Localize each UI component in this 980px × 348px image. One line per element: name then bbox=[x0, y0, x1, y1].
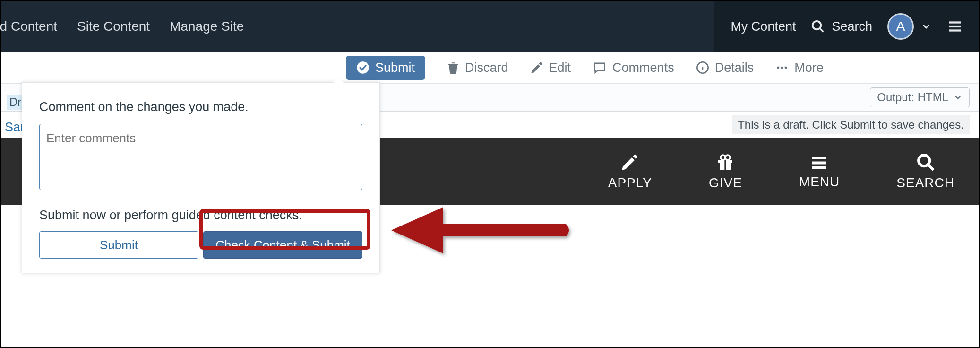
comment-textarea[interactable] bbox=[39, 124, 362, 190]
banner-menu[interactable]: MENU bbox=[799, 154, 840, 190]
nav-manage-site[interactable]: Manage Site bbox=[170, 2, 244, 51]
svg-rect-14 bbox=[725, 160, 726, 170]
comments-button[interactable]: Comments bbox=[593, 61, 674, 75]
pencil-icon bbox=[530, 61, 543, 74]
comments-label: Comments bbox=[612, 61, 674, 75]
popover-button-row: Submit Check Content & Submit bbox=[39, 231, 362, 259]
comment-field-label: Comment on the changes you made. bbox=[39, 100, 362, 114]
banner-apply-label: APPLY bbox=[608, 175, 652, 191]
top-nav: dd Content Site Content Manage Site My C… bbox=[1, 1, 979, 52]
nav-search[interactable]: Search bbox=[811, 19, 872, 34]
popover-caret bbox=[332, 78, 345, 84]
svg-rect-19 bbox=[812, 166, 826, 169]
comment-icon bbox=[593, 61, 607, 74]
banner-search-label: SEARCH bbox=[896, 175, 954, 191]
details-button[interactable]: Details bbox=[696, 61, 754, 75]
banner-menu-label: MENU bbox=[799, 174, 840, 190]
action-toolbar: Submit Discard Edit Comments Details Mor… bbox=[1, 52, 979, 83]
svg-point-9 bbox=[777, 66, 779, 69]
more-button[interactable]: More bbox=[775, 61, 824, 75]
edit-label: Edit bbox=[549, 61, 571, 75]
discard-label: Discard bbox=[465, 61, 508, 75]
search-icon bbox=[811, 19, 825, 34]
popover-submit-button[interactable]: Submit bbox=[39, 231, 198, 259]
chevron-down-icon bbox=[920, 21, 932, 32]
output-dropdown[interactable]: Output: HTML bbox=[870, 87, 970, 107]
avatar: A bbox=[887, 13, 914, 40]
svg-point-10 bbox=[781, 66, 783, 69]
pencil-icon bbox=[620, 153, 639, 172]
draft-notice: This is a draft. Click Submit to save ch… bbox=[732, 115, 970, 134]
banner-give[interactable]: GIVE bbox=[709, 153, 742, 191]
svg-rect-18 bbox=[812, 162, 826, 165]
submit-popover: Comment on the changes you made. Submit … bbox=[22, 82, 380, 273]
info-icon bbox=[696, 61, 709, 74]
output-label: Output: HTML bbox=[877, 91, 948, 104]
banner-give-label: GIVE bbox=[709, 175, 742, 191]
svg-point-16 bbox=[725, 155, 730, 160]
chevron-down-icon bbox=[953, 93, 963, 102]
hamburger-icon[interactable] bbox=[947, 18, 963, 35]
svg-line-1 bbox=[820, 28, 824, 32]
details-label: Details bbox=[715, 61, 754, 75]
dots-icon bbox=[775, 61, 789, 74]
discard-button[interactable]: Discard bbox=[447, 61, 508, 75]
user-menu[interactable]: A bbox=[887, 13, 932, 40]
edit-button[interactable]: Edit bbox=[530, 61, 571, 75]
svg-line-21 bbox=[928, 165, 934, 170]
checkmark-circle-icon bbox=[356, 61, 370, 74]
more-label: More bbox=[794, 61, 824, 75]
check-content-submit-button[interactable]: Check Content & Submit bbox=[203, 231, 362, 259]
nav-add-content[interactable]: dd Content bbox=[0, 2, 57, 51]
top-nav-left: dd Content Site Content Manage Site bbox=[1, 2, 244, 51]
search-icon bbox=[916, 153, 935, 172]
trash-icon bbox=[447, 61, 459, 75]
svg-point-0 bbox=[813, 21, 821, 30]
banner-search[interactable]: SEARCH bbox=[896, 153, 954, 191]
nav-search-label: Search bbox=[832, 19, 872, 34]
nav-my-content[interactable]: My Content bbox=[731, 19, 796, 34]
svg-point-11 bbox=[785, 66, 787, 69]
gift-icon bbox=[716, 153, 735, 172]
svg-point-20 bbox=[919, 155, 929, 166]
top-nav-right: My Content Search A bbox=[714, 1, 979, 52]
menu-icon bbox=[810, 154, 829, 171]
submit-help-text: Submit now or perform guided content che… bbox=[39, 208, 362, 223]
banner-apply[interactable]: APPLY bbox=[608, 153, 652, 191]
submit-button[interactable]: Submit bbox=[346, 56, 425, 80]
svg-rect-17 bbox=[812, 157, 826, 159]
submit-button-label: Submit bbox=[375, 61, 415, 75]
nav-site-content[interactable]: Site Content bbox=[77, 2, 150, 51]
